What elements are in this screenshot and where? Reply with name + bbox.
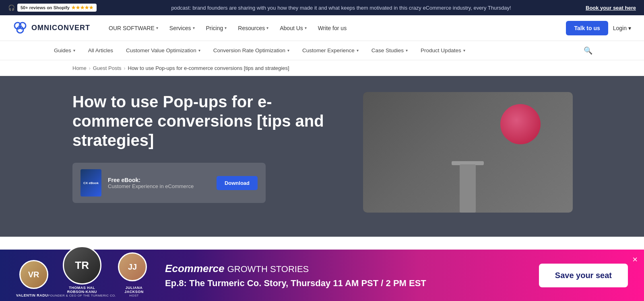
hero-stand [460, 164, 476, 213]
ebook-subtitle: Customer Experience in eCommerce [108, 183, 210, 189]
chevron-down-icon: ▾ [156, 26, 158, 30]
chevron-down-icon: ▾ [406, 48, 408, 53]
nav-item-about[interactable]: About Us ▾ [274, 15, 312, 41]
book-link[interactable]: Book your seat here [586, 5, 636, 11]
nav-item-services[interactable]: Services ▾ [164, 15, 200, 41]
breadcrumb-sep2: › [124, 66, 126, 71]
download-button[interactable]: Download [217, 176, 258, 190]
top-banner-text: podcast: brand founders are sharing with… [103, 5, 579, 11]
shopify-badge[interactable]: 50+ reviews on Shopify ★★★★★ [17, 4, 97, 12]
chevron-down-icon: ▾ [287, 48, 289, 53]
talk-to-us-button[interactable]: Talk to us [566, 21, 608, 35]
chevron-down-icon: ▾ [463, 48, 465, 53]
nav-item-pricing[interactable]: Pricing ▾ [200, 15, 233, 41]
main-nav-items: OUR SOFTWARE ▾ Services ▾ Pricing ▾ Reso… [103, 15, 566, 41]
nav-item-software[interactable]: OUR SOFTWARE ▾ [103, 15, 164, 41]
article-right [363, 92, 573, 213]
headphones-icon: 🎧 [8, 4, 15, 11]
chevron-down-icon: ▾ [357, 48, 359, 53]
breadcrumb-guest-posts[interactable]: Guest Posts [93, 65, 122, 71]
article-title: How to use Pop-ups for e-commerce conver… [72, 92, 347, 150]
chevron-down-icon: ▾ [198, 48, 200, 53]
breadcrumb-home[interactable]: Home [72, 65, 87, 71]
ebook-cover: CX eBook [80, 169, 101, 197]
logo[interactable]: OMNICONVERT [13, 21, 90, 35]
breadcrumb-current: How to use Pop-ups for e-commerce conver… [128, 65, 289, 71]
shopify-badge-text: 50+ reviews on Shopify [21, 5, 70, 10]
page-content: How to use Pop-ups for e-commerce conver… [0, 76, 644, 237]
chevron-down-icon: ▾ [266, 26, 268, 30]
nav-item-write[interactable]: Write for us [312, 15, 352, 41]
hero-circle-decoration [500, 104, 541, 144]
logo-text: OMNICONVERT [31, 24, 90, 32]
article-left: How to use Pop-ups for e-commerce conver… [72, 92, 347, 203]
nav-item-resources[interactable]: Resources ▾ [232, 15, 274, 41]
ebook-label: Free eBook: [108, 177, 210, 183]
hero-image [363, 92, 573, 213]
chevron-down-icon: ▾ [628, 25, 631, 31]
ebook-text: Free eBook: Customer Experience in eComm… [108, 177, 210, 189]
breadcrumb-sep1: › [89, 66, 91, 71]
logo-icon [13, 21, 27, 35]
stars: ★★★★★ [71, 5, 93, 10]
main-nav: OMNICONVERT OUR SOFTWARE ▾ Services ▾ Pr… [0, 15, 644, 41]
sec-nav-product-updates[interactable]: Product Updates ▾ [415, 41, 471, 60]
login-button[interactable]: Login ▾ [613, 25, 631, 31]
sec-nav-guides[interactable]: Guides ▾ [48, 41, 81, 60]
sec-nav-cvo[interactable]: Customer Value Optimization ▾ [120, 41, 206, 60]
search-icon[interactable]: 🔍 [580, 46, 596, 55]
sec-nav-cro[interactable]: Conversion Rate Optimization ▾ [208, 41, 295, 60]
chevron-down-icon: ▾ [305, 26, 307, 30]
secondary-nav: Guides ▾ All Articles Customer Value Opt… [0, 41, 644, 60]
top-banner: 🎧 50+ reviews on Shopify ★★★★★ podcast: … [0, 0, 644, 15]
ebook-banner: CX eBook Free eBook: Customer Experience… [72, 163, 266, 203]
sec-nav-case-studies[interactable]: Case Studies ▾ [366, 41, 413, 60]
chevron-down-icon: ▾ [193, 26, 195, 30]
breadcrumb: Home › Guest Posts › How to use Pop-ups … [0, 60, 644, 76]
sec-nav-all-articles[interactable]: All Articles [83, 41, 119, 60]
nav-right: Talk to us Login ▾ [566, 21, 631, 35]
chevron-down-icon: ▾ [225, 26, 227, 30]
sec-nav-cx[interactable]: Customer Experience ▾ [297, 41, 364, 60]
chevron-down-icon: ▾ [73, 48, 75, 53]
